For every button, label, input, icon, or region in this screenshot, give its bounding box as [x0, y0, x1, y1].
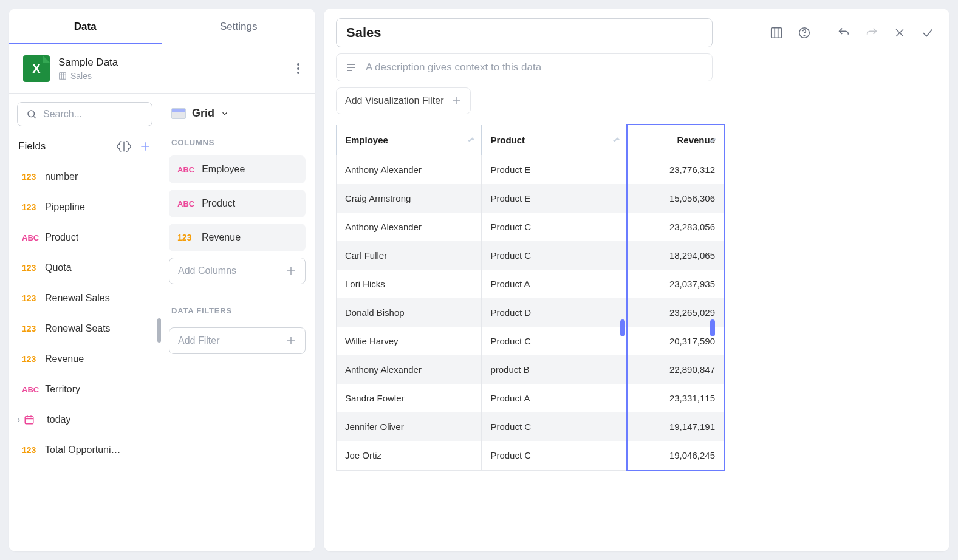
confirm-button[interactable]	[918, 23, 937, 43]
field-item[interactable]: 123Renewal Seats	[17, 313, 152, 344]
field-item[interactable]: ABCProduct	[17, 222, 152, 253]
fields-search-input[interactable]	[43, 109, 165, 120]
table-row[interactable]: Sandra FowlerProduct A23,331,115	[337, 384, 725, 412]
table-cell[interactable]: Product C	[482, 412, 627, 441]
table-cell[interactable]: Anthony Alexander	[337, 355, 482, 384]
column-resize-handle-right[interactable]	[710, 319, 715, 336]
table-cell[interactable]: Product C	[482, 241, 627, 270]
table-row[interactable]: Joe OrtizProduct C19,046,245	[337, 441, 725, 470]
field-item[interactable]: ABCTerritory	[17, 374, 152, 405]
number-type-icon: 123	[22, 293, 39, 303]
filters-section-label: DATA FILTERS	[169, 300, 306, 324]
table-row[interactable]: Craig ArmstrongProduct E15,056,306	[337, 184, 725, 213]
table-cell[interactable]: Lori Hicks	[337, 270, 482, 298]
data-grid[interactable]: EmployeeProductRevenue Anthony Alexander…	[336, 124, 725, 471]
column-chip[interactable]: ABCEmployee	[169, 155, 306, 183]
add-viz-filter-button[interactable]: Add Visualization Filter	[336, 87, 471, 114]
table-cell[interactable]: Joe Ortiz	[337, 441, 482, 470]
field-item[interactable]: 123Revenue	[17, 344, 152, 374]
table-cell[interactable]: Product A	[482, 384, 627, 412]
field-label: Product	[45, 232, 78, 243]
chevron-down-icon	[221, 109, 229, 118]
table-cell[interactable]: 23,283,056	[627, 213, 724, 241]
description-input[interactable]	[366, 61, 703, 73]
table-row[interactable]: Lori HicksProduct A23,037,935	[337, 270, 725, 298]
table-cell[interactable]: Donald Bishop	[337, 298, 482, 327]
table-cell[interactable]: Anthony Alexander	[337, 155, 482, 185]
excel-icon: X	[23, 55, 50, 82]
column-chip[interactable]: 123Revenue	[169, 224, 306, 251]
table-cell[interactable]: 23,331,115	[627, 384, 724, 412]
table-cell[interactable]: Product E	[482, 184, 627, 213]
table-cell[interactable]: Sandra Fowler	[337, 384, 482, 412]
add-columns-button[interactable]: Add Columns	[169, 258, 306, 284]
scrollbar-thumb[interactable]	[157, 318, 161, 343]
viz-title-input[interactable]: Sales	[336, 18, 713, 47]
table-cell[interactable]: Anthony Alexander	[337, 213, 482, 241]
fields-search[interactable]	[17, 102, 152, 126]
table-cell[interactable]: Jennifer Oliver	[337, 412, 482, 441]
add-data-filter-button[interactable]: Add Filter	[169, 327, 306, 354]
ai-icon[interactable]	[117, 140, 131, 153]
svg-line-5	[33, 116, 35, 118]
table-cell[interactable]: Product C	[482, 441, 627, 470]
table-row[interactable]: Jennifer OliverProduct C19,147,191	[337, 412, 725, 441]
column-resize-handle-left[interactable]	[620, 319, 625, 336]
sort-icon[interactable]	[709, 136, 717, 145]
table-row[interactable]: Willie HarveyProduct C20,317,590	[337, 327, 725, 355]
table-cell[interactable]: Product D	[482, 298, 627, 327]
column-header[interactable]: Product	[482, 125, 627, 155]
column-header[interactable]: Revenue	[627, 125, 724, 155]
table-cell[interactable]: 19,046,245	[627, 441, 724, 470]
add-field-button[interactable]	[139, 140, 151, 152]
close-button[interactable]	[890, 23, 909, 43]
table-cell[interactable]: Product C	[482, 213, 627, 241]
sort-icon[interactable]	[467, 135, 475, 144]
columns-section-label: COLUMNS	[169, 132, 306, 155]
table-cell[interactable]: 18,294,065	[627, 241, 724, 270]
field-item[interactable]: ›today	[17, 405, 152, 435]
table-row[interactable]: Carl FullerProduct C18,294,065	[337, 241, 725, 270]
table-row[interactable]: Anthony AlexanderProduct C23,283,056	[337, 213, 725, 241]
table-row[interactable]: Donald BishopProduct D23,265,029	[337, 298, 725, 327]
plus-icon	[451, 95, 462, 106]
text-type-icon: ABC	[22, 233, 39, 242]
table-cell[interactable]: Product E	[482, 155, 627, 185]
table-cell[interactable]: Product A	[482, 270, 627, 298]
table-cell[interactable]: product B	[482, 355, 627, 384]
undo-button[interactable]	[834, 23, 854, 43]
datasource-menu-button[interactable]	[292, 63, 304, 74]
field-item[interactable]: 123Pipepline	[17, 192, 152, 222]
table-cell[interactable]: 23,776,312	[627, 155, 724, 185]
tab-data[interactable]: Data	[9, 9, 162, 44]
grid-icon	[171, 108, 186, 119]
add-viz-filter-label: Add Visualization Filter	[345, 95, 443, 106]
table-cell[interactable]: 22,890,847	[627, 355, 724, 384]
table-cell[interactable]: 15,056,306	[627, 184, 724, 213]
table-cell[interactable]: Carl Fuller	[337, 241, 482, 270]
table-cell[interactable]: 19,147,191	[627, 412, 724, 441]
redo-button[interactable]	[862, 23, 881, 43]
column-chip[interactable]: ABCProduct	[169, 190, 306, 217]
field-item[interactable]: 123Renewal Sales	[17, 283, 152, 313]
viz-type-selector[interactable]: Grid	[169, 102, 306, 132]
field-label: Territory	[45, 384, 80, 395]
field-item[interactable]: 123Quota	[17, 253, 152, 283]
table-row[interactable]: Anthony Alexanderproduct B22,890,847	[337, 355, 725, 384]
table-row[interactable]: Anthony AlexanderProduct E23,776,312	[337, 155, 725, 185]
field-label: Total Opportuni…	[45, 445, 121, 456]
tab-settings[interactable]: Settings	[162, 9, 316, 44]
viz-config-panel: Grid COLUMNS ABCEmployeeABCProduct123Rev…	[159, 94, 315, 551]
field-item[interactable]: 123Total Opportuni…	[17, 435, 152, 465]
sort-icon[interactable]	[612, 135, 620, 144]
table-cell[interactable]: Willie Harvey	[337, 327, 482, 355]
table-cell[interactable]: 23,037,935	[627, 270, 724, 298]
text-type-icon: ABC	[177, 165, 194, 174]
column-header[interactable]: Employee	[337, 125, 482, 155]
description-row[interactable]	[336, 53, 713, 81]
help-icon[interactable]	[795, 23, 814, 43]
table-cell[interactable]: Product C	[482, 327, 627, 355]
table-cell[interactable]: Craig Armstrong	[337, 184, 482, 213]
field-item[interactable]: 123number	[17, 162, 152, 192]
layout-icon[interactable]	[767, 23, 786, 43]
